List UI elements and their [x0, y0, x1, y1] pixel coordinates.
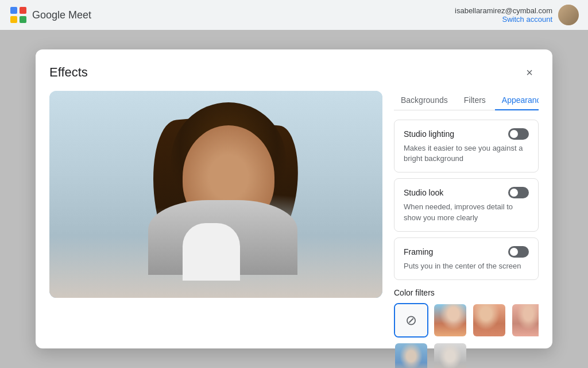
modal-title: Effects — [49, 65, 88, 80]
svg-rect-2 — [10, 16, 17, 23]
studio-look-label: Studio look — [404, 188, 443, 197]
tab-appearance[interactable]: Appearance — [495, 91, 539, 110]
video-preview — [49, 91, 382, 298]
user-email: isabellaramirez@cymbal.com — [455, 6, 552, 15]
filter-none-display: ⊘ — [395, 304, 427, 336]
studio-look-row: Studio look — [404, 187, 529, 198]
filter-1-display — [434, 304, 466, 336]
topbar-left: Google Meet — [9, 6, 91, 24]
toggle-knob — [510, 189, 518, 197]
studio-look-card: Studio look When needed, improves detail… — [394, 178, 539, 231]
studio-lighting-row: Studio lighting — [404, 128, 529, 140]
avatar[interactable] — [558, 5, 579, 25]
app-title: Google Meet — [32, 9, 91, 21]
filter-4-display — [395, 343, 427, 368]
google-meet-logo-icon — [9, 6, 28, 24]
switch-account-link[interactable]: Switch account — [455, 15, 552, 24]
svg-rect-1 — [20, 7, 26, 14]
studio-look-desc: When needed, improves detail to show you… — [404, 202, 529, 223]
topbar-right: isabellaramirez@cymbal.com Switch accoun… — [455, 5, 579, 25]
studio-lighting-card: Studio lighting Makes it easier to see y… — [394, 120, 539, 172]
color-filters-section: Color filters ⊘ — [394, 288, 539, 368]
effects-modal: Effects × — [36, 49, 552, 348]
studio-look-toggle[interactable] — [508, 187, 529, 198]
no-filter-icon: ⊘ — [405, 312, 417, 328]
close-button[interactable]: × — [520, 63, 539, 82]
tabs: Backgrounds Filters Appearance — [394, 91, 539, 110]
tab-backgrounds[interactable]: Backgrounds — [394, 91, 455, 110]
right-panel: Backgrounds Filters Appearance Studio li… — [394, 91, 539, 368]
toggle-knob — [510, 130, 518, 138]
modal-body: Backgrounds Filters Appearance Studio li… — [49, 91, 539, 368]
topbar: Google Meet isabellaramirez@cymbal.com S… — [0, 0, 588, 30]
framing-desc: Puts you in the center of the screen — [404, 261, 529, 271]
filter-5-item[interactable] — [433, 342, 467, 368]
framing-row: Framing — [404, 246, 529, 258]
filter-4-item[interactable] — [394, 342, 428, 368]
filter-3-display — [512, 304, 539, 336]
video-person — [49, 91, 382, 298]
main-area: Effects × — [0, 30, 588, 368]
shirt — [183, 223, 240, 281]
filter-2-item[interactable] — [472, 303, 506, 338]
color-filters-title: Color filters — [394, 288, 539, 297]
jacket — [148, 200, 297, 275]
studio-lighting-toggle[interactable] — [508, 128, 529, 140]
framing-label: Framing — [404, 247, 433, 256]
person-figure — [165, 102, 292, 263]
framing-toggle[interactable] — [508, 246, 529, 258]
filter-5-display — [434, 343, 466, 368]
modal-header: Effects × — [49, 63, 539, 82]
color-filters-grid: ⊘ — [394, 303, 539, 368]
account-info: isabellaramirez@cymbal.com Switch accoun… — [455, 6, 552, 24]
studio-lighting-label: Studio lighting — [404, 129, 454, 139]
svg-rect-3 — [20, 16, 26, 23]
filter-1-item[interactable] — [433, 303, 467, 338]
framing-card: Framing Puts you in the center of the sc… — [394, 237, 539, 280]
filter-3-item[interactable] — [511, 303, 539, 338]
toggle-knob — [510, 248, 518, 256]
tab-filters[interactable]: Filters — [457, 91, 493, 110]
filter-2-display — [473, 304, 505, 336]
svg-rect-0 — [10, 7, 17, 14]
filter-none-item[interactable]: ⊘ — [394, 303, 428, 338]
avatar-image — [558, 5, 579, 25]
studio-lighting-desc: Makes it easier to see you against a bri… — [404, 143, 529, 164]
